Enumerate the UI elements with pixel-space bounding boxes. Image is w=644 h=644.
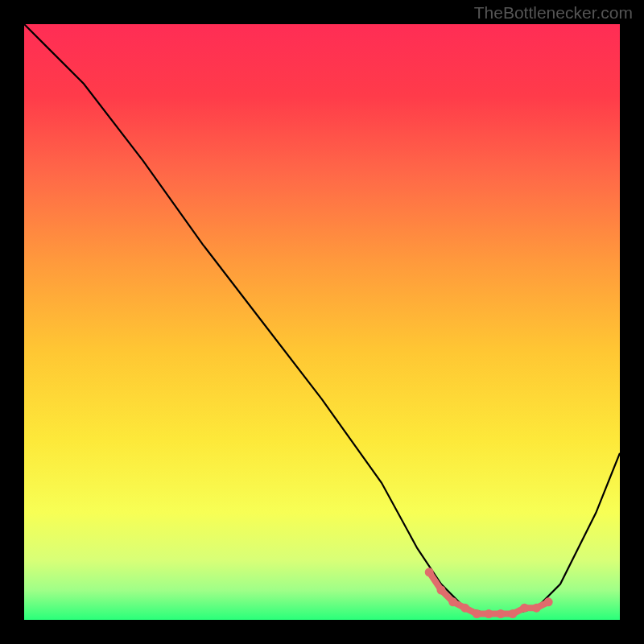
marker-dot (544, 597, 553, 606)
marker-dot (508, 609, 517, 618)
chart-background (24, 24, 620, 620)
marker-dot (532, 604, 541, 613)
marker-dot (437, 586, 446, 595)
chart-container (24, 24, 620, 620)
chart-svg (24, 24, 620, 620)
watermark-text: TheBottlenecker.com (474, 3, 633, 23)
marker-dot (520, 604, 529, 613)
marker-dot (485, 609, 493, 618)
marker-dot (473, 609, 481, 618)
marker-dot (497, 609, 506, 618)
marker-dot (460, 604, 469, 613)
marker-dot (425, 568, 434, 576)
marker-dot (448, 597, 457, 606)
